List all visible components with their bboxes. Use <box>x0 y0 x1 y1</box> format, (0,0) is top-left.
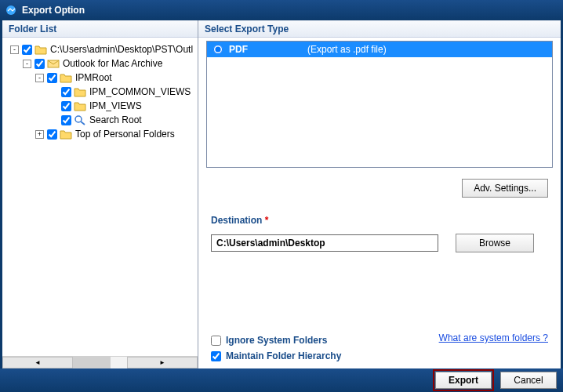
expander-blank <box>49 102 58 111</box>
expander-blank <box>49 116 58 125</box>
export-type-radio[interactable] <box>213 45 223 54</box>
scroll-thumb[interactable] <box>73 357 111 368</box>
tree-node[interactable]: -Outlook for Mac Archive <box>4 56 196 71</box>
ignore-system-folders-label[interactable]: Ignore System Folders <box>226 335 327 346</box>
body: Folder List -C:\Users\admin\Desktop\PST\… <box>2 20 561 368</box>
options-block: What are system folders ? Ignore System … <box>211 332 548 364</box>
folder-icon <box>60 129 72 140</box>
app-icon <box>5 4 17 16</box>
collapse-icon[interactable]: - <box>35 74 44 82</box>
tree-checkbox[interactable] <box>61 115 71 125</box>
export-format-desc: (Export as .pdf file) <box>307 44 387 55</box>
tree-label: Top of Personal Folders <box>75 127 175 141</box>
collapse-icon[interactable]: - <box>10 45 19 54</box>
export-type-row[interactable]: PDF(Export as .pdf file) <box>207 42 552 57</box>
tree-checkbox[interactable] <box>35 59 45 69</box>
scroll-left-button[interactable]: ◄ <box>2 357 73 368</box>
tree-checkbox[interactable] <box>47 129 57 140</box>
export-format-label: PDF <box>229 44 307 55</box>
folder-icon <box>74 86 86 97</box>
folder-icon <box>74 100 86 111</box>
tree-label: C:\Users\admin\Desktop\PST\Outl <box>50 42 193 56</box>
svg-point-2 <box>75 116 82 122</box>
tree-checkbox[interactable] <box>22 45 32 55</box>
maintain-hierarchy-checkbox[interactable] <box>211 351 221 361</box>
search-icon <box>74 114 86 125</box>
destination-block: Destination * Browse <box>198 201 561 256</box>
titlebar: Export Option <box>0 0 563 20</box>
tree-node[interactable]: IPM_VIEWS <box>4 99 196 113</box>
tree-checkbox[interactable] <box>47 73 57 83</box>
window-title: Export Option <box>22 5 85 16</box>
horizontal-scrollbar[interactable]: ◄ ► <box>2 356 198 368</box>
tree-node[interactable]: -IPMRoot <box>4 71 196 85</box>
footer: Export Cancel <box>0 368 563 392</box>
tree-checkbox[interactable] <box>61 101 71 111</box>
scroll-right-button[interactable]: ► <box>127 357 198 368</box>
tree-label: Outlook for Mac Archive <box>63 56 162 71</box>
tree-node[interactable]: +Top of Personal Folders <box>4 127 196 141</box>
folder-icon <box>35 44 47 55</box>
tree-node[interactable]: IPM_COMMON_VIEWS <box>4 85 196 99</box>
tree-checkbox[interactable] <box>61 87 71 97</box>
browse-button[interactable]: Browse <box>456 234 534 252</box>
tree-label: IPM_VIEWS <box>89 99 142 113</box>
export-panel: Select Export Type PDF(Export as .pdf fi… <box>198 20 561 368</box>
expand-icon[interactable]: + <box>35 130 44 139</box>
destination-input[interactable] <box>211 234 438 252</box>
destination-label: Destination * <box>211 215 548 226</box>
export-button[interactable]: Export <box>435 372 492 389</box>
folder-tree[interactable]: -C:\Users\admin\Desktop\PST\Outl-Outlook… <box>2 38 198 356</box>
collapse-icon[interactable]: - <box>23 60 31 68</box>
tree-node[interactable]: -C:\Users\admin\Desktop\PST\Outl <box>4 42 196 56</box>
ignore-system-folders-checkbox[interactable] <box>211 336 221 346</box>
folder-list-panel: Folder List -C:\Users\admin\Desktop\PST\… <box>2 20 198 368</box>
maintain-hierarchy-label[interactable]: Maintain Folder Hierarchy <box>226 350 341 361</box>
system-folders-link[interactable]: What are system folders ? <box>439 332 548 343</box>
tree-node[interactable]: Search Root <box>4 113 196 127</box>
advanced-settings-button[interactable]: Adv. Settings... <box>462 179 548 198</box>
export-type-list[interactable]: PDF(Export as .pdf file) <box>206 41 553 168</box>
export-button-highlight: Export <box>433 369 494 391</box>
export-type-header: Select Export Type <box>198 20 561 38</box>
folder-list-header: Folder List <box>2 20 198 38</box>
mailbox-icon <box>47 58 60 69</box>
required-asterisk: * <box>265 215 269 226</box>
folder-icon <box>60 72 72 83</box>
svg-point-0 <box>6 5 16 15</box>
tree-label: Search Root <box>89 113 142 127</box>
expander-blank <box>49 88 58 96</box>
tree-label: IPM_COMMON_VIEWS <box>89 85 191 99</box>
cancel-button[interactable]: Cancel <box>500 372 557 389</box>
svg-line-3 <box>81 122 85 125</box>
tree-label: IPMRoot <box>75 71 112 85</box>
scroll-track[interactable] <box>73 357 127 368</box>
